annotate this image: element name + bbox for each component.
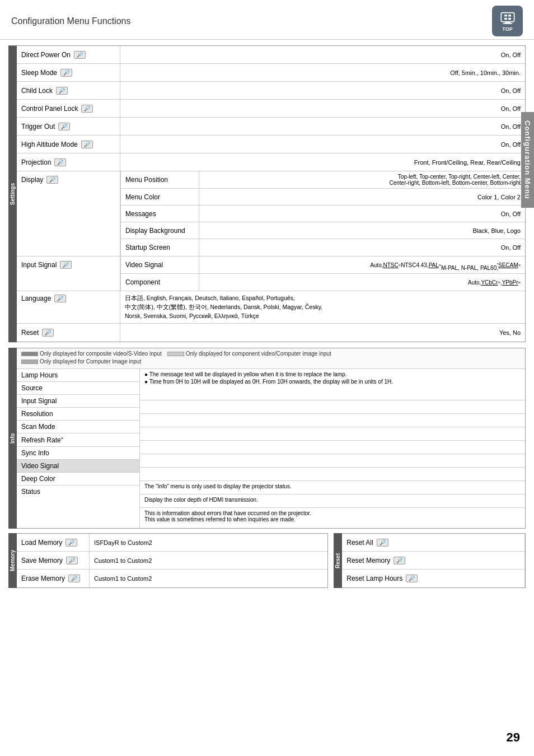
- icon-reset-memory: 🔎: [394, 557, 405, 564]
- value-projection: Front, Front/Ceiling, Rear, Rear/Ceiling: [120, 153, 525, 171]
- row-reset: Reset 🔎 Yes, No: [17, 324, 525, 342]
- icon-control-panel-lock: 🔎: [81, 105, 93, 113]
- sub-row-display-bg: Display Background Black, Blue, Logo: [121, 222, 525, 239]
- settings-section: Settings Direct Power On 🔎 On, Off Sleep…: [8, 45, 526, 342]
- row-language: Language 🔎 日本語, English, Français, Deuts…: [17, 291, 525, 324]
- info-rows-right: ● The message text will be displayed in …: [140, 369, 525, 528]
- legend-box-gray: [21, 360, 38, 364]
- sub-item-menu-color: Menu Color: [121, 189, 199, 205]
- row-high-altitude-mode: High Altitude Mode 🔎 On, Off: [17, 136, 525, 153]
- info-desc-scan-mode: [140, 441, 525, 454]
- page-number: 29: [507, 730, 520, 745]
- info-desc-input-signal: [140, 414, 525, 427]
- svg-rect-3: [504, 15, 507, 17]
- page-header: Configuration Menu Functions TOP: [0, 0, 534, 40]
- top-icon[interactable]: TOP: [492, 6, 523, 36]
- legend-composite: Only displayed for composite video/S-Vid…: [21, 351, 162, 357]
- info-content: Only displayed for composite video/S-Vid…: [17, 348, 526, 529]
- row-input-signal: Input Signal 🔎 Video Signal Auto, NTSC» …: [17, 256, 525, 291]
- memory-content: Load Memory 🔎 ISFDayR to Custom2 Save Me…: [17, 533, 328, 588]
- icon-reset: 🔎: [42, 329, 54, 337]
- item-reset-lamp-hours: Reset Lamp Hours 🔎: [342, 570, 525, 587]
- svg-rect-1: [505, 21, 510, 22]
- info-desc-video-signal: The "Info" menu is only used to display …: [140, 481, 525, 494]
- sub-row-messages: Messages On, Off: [121, 206, 525, 222]
- item-projection: Projection 🔎: [17, 153, 120, 171]
- icon-save-memory: 🔎: [66, 557, 78, 564]
- info-row-scan-mode: Scan Mode: [17, 421, 139, 433]
- sub-item-video-signal: Video Signal: [121, 256, 199, 273]
- row-trigger-out: Trigger Out 🔎 On, Off: [17, 118, 525, 136]
- row-sleep-mode: Sleep Mode 🔎 Off, 5min., 10min., 30min.: [17, 64, 525, 82]
- svg-rect-4: [508, 15, 511, 17]
- row-reset-all: Reset All 🔎: [342, 534, 525, 552]
- icon-high-altitude-mode: 🔎: [81, 141, 93, 148]
- info-row-resolution: Resolution: [17, 408, 139, 421]
- item-reset-memory: Reset Memory 🔎: [342, 552, 525, 569]
- info-desc-lamp: ● The message text will be displayed in …: [140, 369, 525, 400]
- page-title: Configuration Menu Functions: [11, 16, 130, 26]
- info-label: Info: [8, 348, 17, 529]
- sub-row-menu-color: Menu Color Color 1, Color 2: [121, 189, 525, 206]
- value-save-memory: Custom1 to Custom2: [90, 552, 327, 569]
- item-reset-all: Reset All 🔎: [342, 534, 525, 551]
- sub-item-messages: Messages: [121, 206, 199, 222]
- sub-row-menu-position: Menu Position Top-left, Top-center, Top-…: [121, 171, 525, 189]
- info-desc-status: This is information about errors that ha…: [140, 508, 525, 528]
- value-child-lock: On, Off: [120, 82, 525, 99]
- value-direct-power-on: On, Off: [120, 46, 525, 63]
- icon-child-lock: 🔎: [56, 87, 68, 95]
- info-legend: Only displayed for composite video/S-Vid…: [17, 348, 525, 369]
- sub-val-menu-position: Top-left, Top-center, Top-right, Center-…: [199, 171, 525, 188]
- info-rows-wrapper: Lamp Hours Source Input Signal Resolutio…: [17, 369, 525, 528]
- icon-erase-memory: 🔎: [68, 575, 80, 582]
- item-trigger-out: Trigger Out 🔎: [17, 118, 120, 135]
- item-save-memory: Save Memory 🔎: [17, 552, 90, 569]
- sub-val-video-signal: Auto, NTSC» NTSC4.43, PAL»,M-PAL, N-PAL,…: [199, 256, 525, 273]
- info-row-source: Source: [17, 382, 139, 395]
- info-row-refresh-rate: Refresh Rate»: [17, 433, 139, 447]
- icon-display: 🔎: [46, 176, 58, 184]
- value-load-memory: ISFDayR to Custom2: [90, 534, 327, 551]
- memory-left: Memory Load Memory 🔎 ISFDayR to Custom2 …: [8, 533, 328, 588]
- value-sleep-mode: Off, 5min., 10min., 30min.: [120, 64, 525, 81]
- info-desc-sync-info: [140, 468, 525, 481]
- sub-item-startup-screen: Startup Screen: [121, 239, 199, 256]
- sub-row-video-signal: Video Signal Auto, NTSC» NTSC4.43, PAL»,…: [121, 256, 525, 274]
- info-row-lamp-hours: Lamp Hours: [17, 369, 139, 382]
- sub-val-menu-color: Color 1, Color 2: [199, 189, 525, 205]
- info-row-deep-color: Deep Color: [17, 473, 139, 486]
- row-control-panel-lock: Control Panel Lock 🔎 On, Off: [17, 100, 525, 118]
- info-rows-left: Lamp Hours Source Input Signal Resolutio…: [17, 369, 140, 528]
- memory-reset-section: Memory Load Memory 🔎 ISFDayR to Custom2 …: [8, 533, 526, 588]
- item-erase-memory: Erase Memory 🔎: [17, 570, 90, 587]
- item-load-memory: Load Memory 🔎: [17, 534, 90, 551]
- sub-row-startup-screen: Startup Screen On, Off: [121, 239, 525, 256]
- sub-item-menu-position: Menu Position: [121, 171, 199, 188]
- info-row-video-signal: Video Signal: [17, 460, 139, 473]
- row-projection: Projection 🔎 Front, Front/Ceiling, Rear,…: [17, 153, 525, 171]
- svg-rect-6: [508, 17, 511, 20]
- row-display: Display 🔎 Menu Position Top-left, Top-ce…: [17, 171, 525, 256]
- legend-row: Only displayed for composite video/S-Vid…: [21, 351, 521, 357]
- value-reset: Yes, No: [120, 324, 525, 342]
- icon-trigger-out: 🔎: [58, 123, 70, 130]
- icon-projection: 🔎: [54, 158, 66, 166]
- sub-val-display-bg: Black, Blue, Logo: [199, 222, 525, 239]
- item-child-lock: Child Lock 🔎: [17, 82, 120, 99]
- value-high-altitude-mode: On, Off: [120, 136, 525, 153]
- sub-val-messages: On, Off: [199, 206, 525, 222]
- row-load-memory: Load Memory 🔎 ISFDayR to Custom2: [17, 534, 327, 552]
- icon-load-memory: 🔎: [65, 539, 77, 547]
- legend-box-dark: [21, 352, 38, 356]
- item-display: Display 🔎: [17, 171, 120, 256]
- sub-val-component: Auto, YCbCr», YPbPr»: [199, 274, 525, 291]
- icon-reset-lamp-hours: 🔎: [406, 575, 418, 582]
- display-sub-section: Menu Position Top-left, Top-center, Top-…: [120, 171, 525, 256]
- svg-rect-5: [504, 17, 507, 20]
- svg-rect-2: [503, 23, 512, 24]
- legend-component: Only displayed for component video/Compu…: [167, 351, 331, 357]
- row-save-memory: Save Memory 🔎 Custom1 to Custom2: [17, 552, 327, 570]
- info-row-sync-info: Sync Info: [17, 447, 139, 460]
- reset-content: Reset All 🔎 Reset Memory 🔎 Reset Lamp Ho…: [342, 533, 526, 588]
